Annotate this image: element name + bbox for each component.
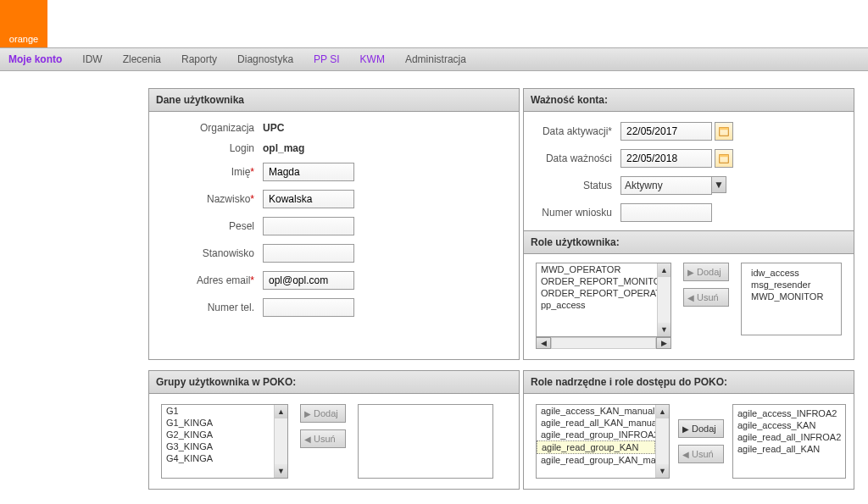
svg-rect-3 <box>720 155 729 158</box>
arrow-right-icon: ▶ <box>682 424 689 434</box>
panel-user-groups: Grupy użytkownika w POKO: G1 G1_KINGA G2… <box>148 370 520 490</box>
listbox-parent-roles-available[interactable]: agile_access_KAN_manual agile_read_all_K… <box>536 404 670 479</box>
scroll-up-icon[interactable]: ▲ <box>275 405 287 418</box>
scroll-down-icon[interactable]: ▼ <box>658 323 670 336</box>
list-item[interactable]: agile_access_KAN_manual <box>537 405 655 417</box>
list-item[interactable]: G1_KINGA <box>162 417 274 429</box>
list-item[interactable]: msg_resender <box>747 279 836 291</box>
nav-kwm[interactable]: KWM <box>360 53 385 65</box>
list-item[interactable]: agile_read_group_KAN_manual <box>537 454 655 466</box>
label-status: Status <box>536 180 620 191</box>
select-status[interactable]: Aktywny <box>620 176 712 195</box>
input-pesel[interactable] <box>263 217 354 235</box>
value-organizacja: UPC <box>263 122 284 134</box>
list-item[interactable]: G2_KINGA <box>162 429 274 440</box>
input-data-aktywacji[interactable] <box>620 122 712 141</box>
input-imie[interactable] <box>263 163 354 181</box>
list-item[interactable]: pp_access <box>537 299 657 311</box>
scroll-up-icon[interactable]: ▲ <box>658 263 670 277</box>
list-item[interactable]: agile_access_INFROA2 <box>737 407 841 419</box>
list-item[interactable]: MWD_OPERATOR <box>537 263 657 275</box>
arrow-left-icon: ◀ <box>304 435 311 444</box>
label-nazwisko: Nazwisko* <box>161 193 263 205</box>
scroll-up-icon[interactable]: ▲ <box>656 405 669 418</box>
list-item[interactable]: agile_access_KAN <box>737 419 841 431</box>
list-item[interactable]: agile_read_group_KAN <box>537 440 655 454</box>
listbox-groups-available[interactable]: G1 G1_KINGA G2_KINGA G3_KINGA G4_KINGA ▲… <box>161 404 288 479</box>
nav-zlecenia[interactable]: Zlecenia <box>123 53 161 65</box>
nav-diagnostyka[interactable]: Diagnostyka <box>237 53 293 65</box>
main-nav: Moje konto IDW Zlecenia Raporty Diagnost… <box>0 47 868 71</box>
chevron-down-icon[interactable]: ▼ <box>711 176 726 193</box>
add-role-button[interactable]: ▶Dodaj <box>683 263 729 281</box>
list-item[interactable]: idw_access <box>747 267 836 279</box>
nav-idw[interactable]: IDW <box>82 53 102 65</box>
svg-rect-1 <box>720 128 729 130</box>
add-parent-role-button[interactable]: ▶Dodaj <box>678 419 724 438</box>
add-group-button[interactable]: ▶Dodaj <box>300 404 346 423</box>
arrow-right-icon: ▶ <box>687 268 694 277</box>
arrow-right-icon: ▶ <box>304 409 311 418</box>
listbox-groups-assigned[interactable] <box>358 404 493 479</box>
remove-group-button[interactable]: ◀Usuń <box>300 429 346 448</box>
panel-account-validity: Ważność konta: Data aktywacji* Data ważn… <box>523 88 854 360</box>
listbox-parent-roles-assigned[interactable]: agile_access_INFROA2 agile_access_KAN ag… <box>732 404 846 479</box>
arrow-left-icon: ◀ <box>687 293 694 302</box>
scroll-down-icon[interactable]: ▼ <box>656 464 669 478</box>
input-stanowisko[interactable] <box>263 244 354 263</box>
list-item[interactable]: ORDER_REPORT_OPERATOR <box>537 287 657 299</box>
label-imie: Imię* <box>161 166 263 178</box>
input-phone[interactable] <box>263 298 354 317</box>
label-data-waznosci: Data ważności <box>536 152 620 164</box>
panel-account-validity-title: Ważność konta: <box>524 89 854 112</box>
arrow-left-icon: ◀ <box>682 450 689 459</box>
input-email[interactable] <box>263 271 354 290</box>
list-item[interactable]: G3_KINGA <box>162 440 274 452</box>
value-login: opl_mag <box>263 142 304 154</box>
label-numer-wniosku: Numer wniosku <box>536 207 620 219</box>
label-organizacja: Organizacja <box>161 122 263 134</box>
list-item[interactable]: MWD_MONITOR <box>747 291 836 302</box>
panel-user-groups-title: Grupy użytkownika w POKO: <box>149 371 519 394</box>
panel-parent-roles: Role nadrzędne i role dostępu do POKO: a… <box>523 370 854 490</box>
scroll-down-icon[interactable]: ▼ <box>275 464 287 478</box>
calendar-icon[interactable] <box>715 149 733 168</box>
scrollbar-track[interactable] <box>551 337 656 349</box>
label-login: Login <box>161 142 263 154</box>
input-data-waznosci[interactable] <box>620 149 712 168</box>
listbox-roles-assigned[interactable]: idw_access msg_resender MWD_MONITOR <box>741 263 842 335</box>
list-item[interactable]: ORDER_REPORT_MONITOR <box>537 275 657 287</box>
nav-ppsi[interactable]: PP SI <box>314 53 339 65</box>
list-item[interactable]: agile_read_all_KAN_manual <box>537 417 655 429</box>
input-nazwisko[interactable] <box>263 190 354 208</box>
nav-administracja[interactable]: Administracja <box>405 53 466 65</box>
list-item[interactable]: agile_read_group_INFROA2 <box>537 429 655 440</box>
section-user-roles-title: Role użytkownika: <box>524 230 854 254</box>
nav-moje-konto[interactable]: Moje konto <box>8 53 62 65</box>
panel-parent-roles-title: Role nadrzędne i role dostępu do POKO: <box>524 371 854 394</box>
list-item[interactable]: agile_read_all_INFROA2 <box>737 431 841 443</box>
scroll-right-icon[interactable]: ▶ <box>656 337 671 349</box>
calendar-icon[interactable] <box>715 122 733 141</box>
label-data-aktywacji: Data aktywacji* <box>536 125 620 137</box>
panel-user-data-title: Dane użytkownika <box>149 89 519 112</box>
input-numer-wniosku[interactable] <box>620 203 712 222</box>
nav-raporty[interactable]: Raporty <box>181 53 217 65</box>
list-item[interactable]: agile_read_all_KAN <box>737 443 841 455</box>
label-phone: Numer tel. <box>161 302 263 313</box>
list-item[interactable]: G1 <box>162 405 274 417</box>
logo-text: orange <box>9 34 38 44</box>
label-pesel: Pesel <box>161 220 263 232</box>
remove-parent-role-button[interactable]: ◀Usuń <box>678 445 724 463</box>
scroll-left-icon[interactable]: ◀ <box>536 337 551 349</box>
label-email: Adres email* <box>161 274 263 286</box>
label-stanowisko: Stanowisko <box>161 247 263 259</box>
panel-user-data: Dane użytkownika Organizacja UPC Login o… <box>148 88 520 360</box>
brand-logo: orange <box>0 0 47 47</box>
remove-role-button[interactable]: ◀Usuń <box>683 288 729 307</box>
list-item[interactable]: G4_KINGA <box>162 452 274 464</box>
listbox-roles-available[interactable]: MWD_OPERATOR ORDER_REPORT_MONITOR ORDER_… <box>536 263 671 337</box>
